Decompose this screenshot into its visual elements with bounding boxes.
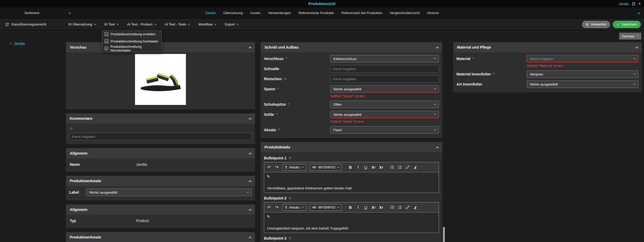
bullet-list-button[interactable] <box>389 164 395 171</box>
pencil-icon[interactable]: ✎ <box>267 174 270 179</box>
sohle-select[interactable]: Nichts ausgewählt <box>330 111 439 118</box>
discard-button[interactable]: ⊘ Verwerfen <box>582 21 610 28</box>
menu-item-produktbeschreibung-erstellen[interactable]: AI Produktbeschreibung erstellen <box>102 31 162 38</box>
panel-produktmerkmale-1: Produktmerkmale Label Nichts ausgewählt <box>66 176 255 201</box>
expand-node-icon[interactable] <box>9 43 11 45</box>
bold-button[interactable]: B <box>347 164 354 171</box>
editor-content-area[interactable]: ✎ Verstellbare, gepolsterte Klettriemen … <box>264 172 439 193</box>
riemchen-input[interactable] <box>330 75 439 83</box>
superscript-button[interactable]: X2 <box>378 204 385 211</box>
undo-button[interactable]: ↶ <box>266 164 273 171</box>
paragraph-style-select[interactable]: ¶ Absatz <box>282 204 306 211</box>
ordered-list-button[interactable]: 123 <box>396 204 403 211</box>
kommentar-input[interactable] <box>69 133 252 140</box>
scrollbar-thumb[interactable] <box>443 227 445 242</box>
italic-button[interactable]: I <box>355 164 362 171</box>
tab-assets[interactable]: Assets <box>250 11 260 15</box>
menu-ai-text-product[interactable]: AI Text - Product <box>127 22 156 26</box>
menu-ki-text[interactable]: KI Text <box>105 22 119 26</box>
tab-historie[interactable]: Historie <box>427 11 439 15</box>
ai-icon: AI <box>105 39 108 43</box>
absatz-select[interactable]: Flach <box>330 126 439 134</box>
panel-header[interactable]: Schnitt und Aufbau <box>261 42 442 52</box>
collapse-panel-icon[interactable] <box>436 46 439 49</box>
format-marker-button[interactable] <box>412 204 419 211</box>
panel-header[interactable]: Allgemein <box>66 205 255 215</box>
collapse-panel-icon[interactable] <box>635 46 638 49</box>
tab-referenziert-bei-produkten[interactable]: Referenziert bei Produkten <box>341 11 382 15</box>
menu-ki-uebersetzung[interactable]: KI Übersetzung <box>68 22 96 26</box>
close-icon[interactable]: × <box>638 2 641 6</box>
classification-view-button[interactable]: Klassifizierungsansicht <box>0 22 64 26</box>
field-row-material-innenfutter: Material Innenfutter* Neopren <box>456 70 638 78</box>
collapse-panel-icon[interactable] <box>249 209 251 212</box>
tab-vergleichsuebersicht[interactable]: Vergleichsübersicht <box>390 11 420 15</box>
view-mode-select[interactable]: WYSIWYG <box>310 164 342 171</box>
tab-uebersetzung[interactable]: Übersetzung <box>223 11 243 15</box>
art-innenfutter-select[interactable]: Nichts ausgewählt <box>527 80 638 88</box>
paragraph-style-select[interactable]: ¶ Absatz <box>282 164 306 171</box>
material-innenfutter-select[interactable]: Neopren <box>527 70 638 78</box>
schnalle-input[interactable] <box>330 65 439 73</box>
link-button[interactable] <box>404 204 411 211</box>
collapse-sidebar-icon[interactable]: « <box>68 10 71 16</box>
product-tree-sidebar: Jandia <box>0 30 64 242</box>
redo-button[interactable]: ↷ <box>273 204 280 211</box>
spann-select[interactable]: Nichts ausgewählt <box>330 85 439 93</box>
verschluss-select[interactable]: Klettverschluss <box>330 55 439 62</box>
redo-button[interactable]: ↷ <box>273 164 280 171</box>
flag-icon[interactable]: ⚐ <box>284 77 287 81</box>
panel-header[interactable]: Kommentare <box>66 113 255 124</box>
chevron-down-icon <box>434 113 436 115</box>
bullet-list-button[interactable] <box>389 204 395 211</box>
tree-item-jandia[interactable]: Jandia <box>0 41 64 46</box>
editor-content-area[interactable]: ✎ Unvergleichlich bequem, mit dem barfuß… <box>264 213 439 233</box>
italic-button[interactable]: I <box>355 204 362 211</box>
subscript-button[interactable]: X2 <box>370 204 377 211</box>
flag-icon[interactable]: ⚐ <box>70 127 73 131</box>
collapse-panel-icon[interactable] <box>249 180 251 183</box>
panel-header[interactable]: Allgemein <box>66 148 255 158</box>
open-external-icon[interactable] <box>632 2 636 6</box>
panel-header[interactable]: Material und Pflege <box>453 42 642 52</box>
format-marker-button[interactable] <box>412 164 419 171</box>
save-button[interactable]: ✓ Speichern <box>613 21 641 28</box>
language-select[interactable]: German <box>619 33 641 40</box>
flag-icon[interactable]: ⚐ <box>289 196 292 200</box>
bold-button[interactable]: B <box>347 204 354 211</box>
collapse-right-panel-icon[interactable]: « <box>638 10 640 16</box>
collapse-panel-icon[interactable] <box>249 152 251 155</box>
collapse-panel-icon[interactable] <box>249 118 251 121</box>
tab-details[interactable]: Details <box>205 11 216 15</box>
subscript-button[interactable]: X2 <box>370 164 377 171</box>
undo-button[interactable]: ↶ <box>266 204 273 211</box>
panel-header[interactable]: Produktmerkmale <box>66 232 255 242</box>
menu-workflow[interactable]: Workflow <box>198 22 216 26</box>
pencil-icon[interactable]: ✎ <box>267 214 270 219</box>
tab-verwendungen[interactable]: Verwendungen <box>268 11 291 15</box>
tabs-bar: Sortiment « Details Übersetzung Assets V… <box>0 7 644 19</box>
ordered-list-button[interactable]: 123 <box>396 164 403 171</box>
menu-export[interactable]: Export <box>225 22 238 26</box>
chevron-down-icon <box>434 57 436 59</box>
collapse-panel-icon[interactable] <box>249 236 251 239</box>
view-mode-select[interactable]: WYSIWYG <box>310 204 342 211</box>
titlebar: Produktansicht Jandia × <box>0 0 644 7</box>
flag-icon[interactable]: ⚐ <box>289 236 292 240</box>
menu-item-produktbeschreibung-hochladen[interactable]: AI Produktbeschreibung hochladen <box>102 38 162 45</box>
underline-button[interactable]: U <box>362 164 369 171</box>
label-select[interactable]: Nichts ausgewählt <box>86 189 252 196</box>
schuhspitze-select[interactable]: Offen <box>330 101 439 108</box>
underline-button[interactable]: U <box>362 204 369 211</box>
tab-referenzierte-produkte[interactable]: Referenzierte Produkte <box>298 11 334 15</box>
menu-ai-text-tools[interactable]: AI Text - Tools <box>165 22 190 26</box>
panel-header[interactable]: Produktmerkmale <box>66 176 255 186</box>
collapse-panel-icon[interactable] <box>436 146 439 149</box>
panel-header[interactable]: Produktdetails <box>261 142 442 152</box>
link-button[interactable] <box>404 164 411 171</box>
superscript-button[interactable]: X2 <box>378 164 385 171</box>
flag-icon[interactable]: ⚐ <box>289 156 292 160</box>
menu-item-produktbeschreibung-herunterladen[interactable]: AI Produktbeschreibung herunterladen <box>102 45 162 52</box>
material-select[interactable]: Keine Angaben <box>527 55 638 62</box>
collapse-panel-icon[interactable] <box>249 46 251 49</box>
